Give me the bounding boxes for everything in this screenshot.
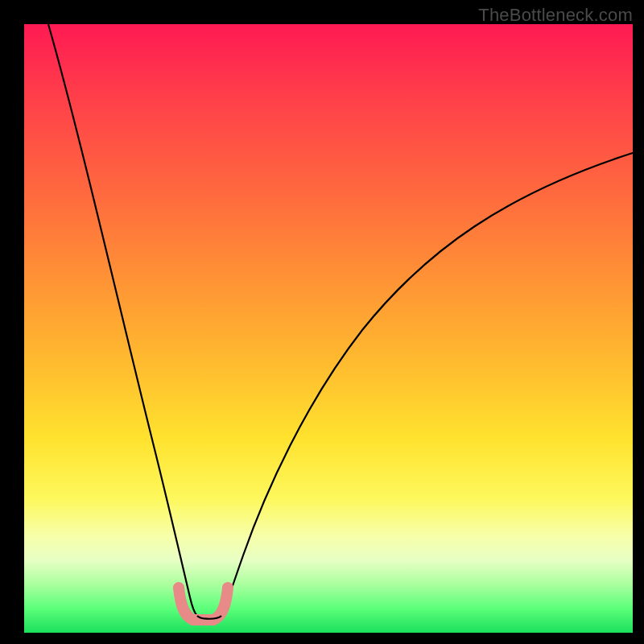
chart-frame: TheBottleneck.com bbox=[0, 0, 644, 644]
trough-marker bbox=[179, 588, 228, 620]
left-curve bbox=[48, 24, 197, 616]
watermark-text: TheBottleneck.com bbox=[478, 5, 633, 26]
right-curve bbox=[221, 153, 633, 616]
curve-layer bbox=[24, 24, 633, 633]
